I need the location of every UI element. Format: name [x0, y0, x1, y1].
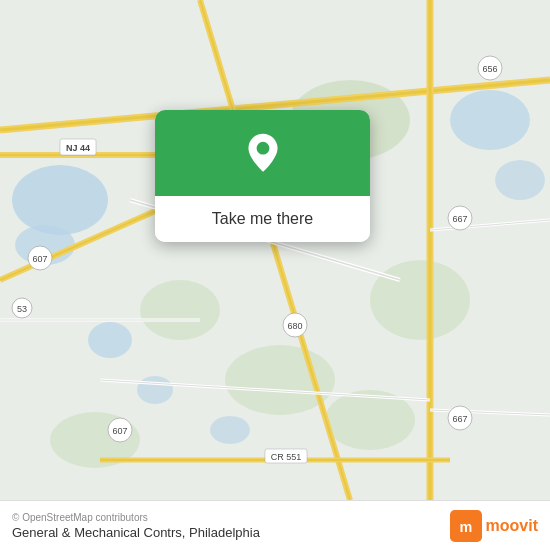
moovit-app-name: moovit: [486, 517, 538, 535]
svg-point-4: [137, 376, 173, 404]
svg-text:607: 607: [112, 426, 127, 436]
svg-point-1: [12, 165, 108, 235]
svg-point-54: [256, 142, 269, 155]
svg-point-9: [370, 260, 470, 340]
location-pin-icon: [238, 130, 288, 180]
popup-top: [155, 110, 370, 196]
svg-point-6: [495, 160, 545, 200]
svg-text:53: 53: [17, 304, 27, 314]
place-name: General & Mechanical Contrs, Philadelphi…: [12, 525, 260, 540]
svg-point-3: [88, 322, 132, 358]
svg-text:667: 667: [452, 414, 467, 424]
map-attribution: © OpenStreetMap contributors: [12, 512, 260, 523]
svg-text:656: 656: [482, 64, 497, 74]
take-me-there-button[interactable]: Take me there: [155, 196, 370, 242]
svg-text:607: 607: [32, 254, 47, 264]
map-container: NJ 44 607 667 656 680 607 667 CR 551 53 …: [0, 0, 550, 500]
svg-text:NJ 44: NJ 44: [66, 143, 90, 153]
svg-point-5: [450, 90, 530, 150]
svg-text:667: 667: [452, 214, 467, 224]
svg-point-7: [210, 416, 250, 444]
svg-text:m: m: [459, 519, 472, 535]
moovit-icon: m: [450, 510, 482, 542]
svg-point-10: [140, 280, 220, 340]
bottom-bar: © OpenStreetMap contributors General & M…: [0, 500, 550, 550]
popup-card: Take me there: [155, 110, 370, 242]
svg-text:CR 551: CR 551: [271, 452, 302, 462]
svg-text:680: 680: [287, 321, 302, 331]
moovit-logo: m moovit: [450, 510, 538, 542]
